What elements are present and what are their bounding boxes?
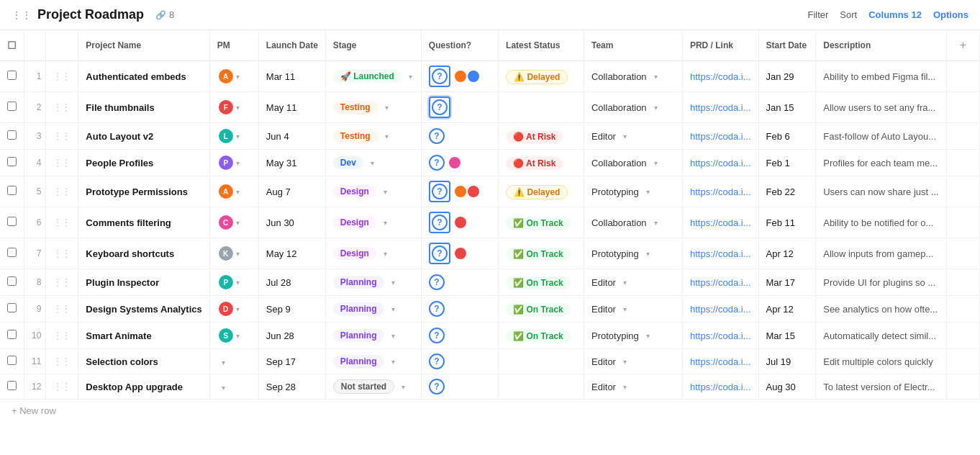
prd-link[interactable]: https://coda.i... xyxy=(690,131,751,142)
table-row[interactable]: 3⋮⋮Auto Layout v2 L ▾ Jun 4 Testing ▾ ?🔴… xyxy=(0,123,980,150)
stage-cell[interactable]: Testing ▾ xyxy=(325,92,421,123)
stage-cell[interactable]: Design ▾ xyxy=(325,176,421,207)
col-header-name[interactable]: Project Name xyxy=(78,30,209,61)
stage-chevron[interactable]: ▾ xyxy=(384,132,390,140)
prd-cell[interactable]: https://coda.i... xyxy=(682,176,758,207)
question-cell[interactable]: ? xyxy=(421,61,498,92)
row-drag-handle[interactable]: ⋮⋮ xyxy=(46,349,78,374)
row-checkbox[interactable] xyxy=(7,330,17,339)
stage-chevron[interactable]: ▾ xyxy=(390,358,396,366)
pm-chevron[interactable]: ▾ xyxy=(235,132,241,140)
question-cell[interactable]: ? xyxy=(421,123,498,150)
stage-cell[interactable]: Planning ▾ xyxy=(325,349,421,374)
prd-link[interactable]: https://coda.i... xyxy=(690,277,751,288)
team-cell[interactable]: Collaboration ▾ xyxy=(584,61,682,92)
team-chevron[interactable]: ▾ xyxy=(622,305,628,313)
prd-link[interactable]: https://coda.i... xyxy=(690,186,751,197)
row-checkbox[interactable] xyxy=(7,130,17,140)
team-chevron[interactable]: ▾ xyxy=(653,104,659,112)
project-name[interactable]: File thumbnails xyxy=(78,92,209,123)
col-header-desc[interactable]: Description xyxy=(816,30,946,61)
columns-button[interactable]: Columns 12 xyxy=(868,9,922,20)
row-drag-handle[interactable]: ⋮⋮ xyxy=(46,238,78,269)
team-cell[interactable]: Editor ▾ xyxy=(584,349,682,374)
share-link[interactable]: 🔗 8 xyxy=(155,9,174,20)
prd-link[interactable]: https://coda.i... xyxy=(690,102,751,113)
stage-chevron[interactable]: ▾ xyxy=(369,159,376,167)
team-cell[interactable]: Collaboration ▾ xyxy=(584,92,682,123)
row-checkbox[interactable] xyxy=(7,356,17,365)
prd-cell[interactable]: https://coda.i... xyxy=(682,323,758,349)
pm-chevron[interactable]: ▾ xyxy=(235,188,241,196)
table-row[interactable]: 6⋮⋮Comments filtering C ▾ Jun 30 Design … xyxy=(0,207,980,238)
team-chevron[interactable]: ▾ xyxy=(653,219,659,227)
project-name[interactable]: Design Systems Analytics xyxy=(78,296,209,323)
question-cell[interactable]: ? xyxy=(421,296,498,323)
row-drag-handle[interactable]: ⋮⋮ xyxy=(46,374,78,400)
row-checkbox[interactable] xyxy=(7,157,17,166)
table-row[interactable]: 2⋮⋮File thumbnails F ▾ May 11 Testing ▾ … xyxy=(0,92,980,123)
pm-chevron[interactable]: ▾ xyxy=(220,384,227,392)
stage-chevron[interactable]: ▾ xyxy=(390,279,396,287)
col-header-prd[interactable]: PRD / Link xyxy=(682,30,758,61)
project-name[interactable]: Prototype Permissions xyxy=(78,176,209,207)
team-chevron[interactable]: ▾ xyxy=(622,132,628,140)
project-name[interactable]: Keyboard shortcuts xyxy=(78,238,209,269)
pm-chevron[interactable]: ▾ xyxy=(235,73,241,81)
team-chevron[interactable]: ▾ xyxy=(622,383,628,391)
pm-chevron[interactable]: ▾ xyxy=(235,332,241,340)
table-row[interactable]: 5⋮⋮Prototype Permissions A ▾ Aug 7 Desig… xyxy=(0,176,980,207)
prd-cell[interactable]: https://coda.i... xyxy=(682,238,758,269)
question-cell[interactable]: ? xyxy=(421,176,498,207)
pm-chevron[interactable]: ▾ xyxy=(235,104,241,112)
table-row[interactable]: 11⋮⋮Selection colors▾Sep 17 Planning ▾ ?… xyxy=(0,349,980,374)
team-cell[interactable]: Prototyping ▾ xyxy=(584,323,682,349)
col-header-pm[interactable]: PM xyxy=(209,30,258,61)
project-name[interactable]: Desktop App upgrade xyxy=(78,374,209,400)
new-row-button[interactable]: + New row xyxy=(0,400,68,422)
options-button[interactable]: Options xyxy=(933,9,968,20)
stage-cell[interactable]: Planning ▾ xyxy=(325,296,421,323)
row-drag-handle[interactable]: ⋮⋮ xyxy=(46,269,78,296)
row-drag-handle[interactable]: ⋮⋮ xyxy=(46,176,78,207)
prd-cell[interactable]: https://coda.i... xyxy=(682,349,758,374)
prd-cell[interactable]: https://coda.i... xyxy=(682,150,758,176)
table-row[interactable]: 4⋮⋮People Profiles P ▾ May 31 Dev ▾ ?🔴 A… xyxy=(0,150,980,176)
filter-button[interactable]: Filter xyxy=(807,9,828,20)
drag-handle-icon[interactable]: ⋮⋮ xyxy=(12,9,32,21)
team-chevron[interactable]: ▾ xyxy=(645,332,651,340)
team-cell[interactable]: Prototyping ▾ xyxy=(584,176,682,207)
project-name[interactable]: Selection colors xyxy=(78,349,209,374)
row-checkbox[interactable] xyxy=(7,71,17,80)
question-cell[interactable]: ? xyxy=(421,92,498,123)
table-row[interactable]: 12⋮⋮Desktop App upgrade▾Sep 28 Not start… xyxy=(0,374,980,400)
row-drag-handle[interactable]: ⋮⋮ xyxy=(46,323,78,349)
row-checkbox[interactable] xyxy=(7,381,17,390)
team-chevron[interactable]: ▾ xyxy=(645,250,651,258)
row-drag-handle[interactable]: ⋮⋮ xyxy=(46,123,78,150)
stage-chevron[interactable]: ▾ xyxy=(390,332,396,340)
team-cell[interactable]: Editor ▾ xyxy=(584,123,682,150)
table-row[interactable]: 10⋮⋮Smart Animate S ▾ Jun 28 Planning ▾ … xyxy=(0,323,980,349)
pm-chevron[interactable]: ▾ xyxy=(235,305,241,313)
prd-link[interactable]: https://coda.i... xyxy=(690,304,751,315)
team-cell[interactable]: Collaboration ▾ xyxy=(584,207,682,238)
team-cell[interactable]: Editor ▾ xyxy=(584,296,682,323)
team-chevron[interactable]: ▾ xyxy=(622,358,628,366)
col-header-team[interactable]: Team xyxy=(584,30,682,61)
stage-chevron[interactable]: ▾ xyxy=(384,104,390,112)
prd-cell[interactable]: https://coda.i... xyxy=(682,207,758,238)
team-chevron[interactable]: ▾ xyxy=(653,159,659,167)
stage-cell[interactable]: Dev ▾ xyxy=(325,150,421,176)
project-name[interactable]: Plugin Inspector xyxy=(78,269,209,296)
row-checkbox[interactable] xyxy=(7,102,17,111)
row-checkbox[interactable] xyxy=(7,276,17,286)
row-checkbox[interactable] xyxy=(7,248,17,257)
stage-chevron[interactable]: ▾ xyxy=(382,250,389,258)
prd-link[interactable]: https://coda.i... xyxy=(690,248,751,259)
stage-cell[interactable]: 🚀 Launched ▾ xyxy=(325,61,421,92)
stage-cell[interactable]: Testing ▾ xyxy=(325,123,421,150)
pm-chevron[interactable]: ▾ xyxy=(235,279,241,287)
col-header-stage[interactable]: Stage xyxy=(325,30,421,61)
table-row[interactable]: 9⋮⋮Design Systems Analytics D ▾ Sep 9 Pl… xyxy=(0,296,980,323)
